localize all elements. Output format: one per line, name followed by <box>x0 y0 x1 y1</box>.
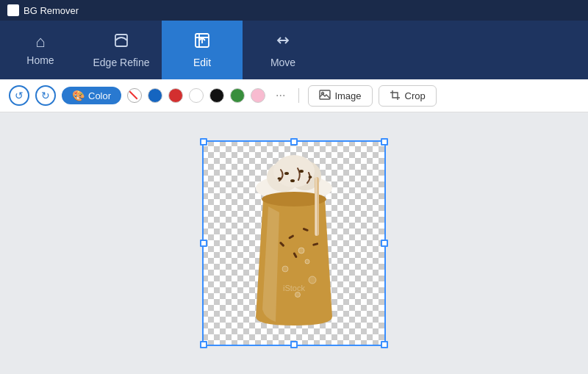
svg-point-12 <box>309 176 312 179</box>
edge-refine-icon <box>112 32 130 52</box>
nav-move[interactable]: Move <box>243 21 323 79</box>
coffee-image: iStock <box>202 140 386 346</box>
svg-point-17 <box>282 266 288 272</box>
color-swatch-red[interactable] <box>168 88 183 103</box>
navbar: ⌂ Home Edge Refine Edit Move <box>0 21 588 79</box>
svg-point-16 <box>295 292 301 298</box>
color-swatch-green[interactable] <box>230 88 245 103</box>
edit-icon <box>193 32 211 52</box>
app-icon <box>7 4 19 16</box>
palette-icon: 🎨 <box>72 90 85 101</box>
nav-edit-label: Edit <box>193 57 211 68</box>
svg-point-18 <box>305 259 309 264</box>
image-button-label: Image <box>334 90 361 101</box>
home-icon: ⌂ <box>35 34 45 50</box>
undo-icon: ↺ <box>15 90 24 101</box>
redo-button[interactable]: ↻ <box>35 85 56 106</box>
svg-point-10 <box>290 179 295 182</box>
nav-home[interactable]: ⌂ Home <box>0 21 81 79</box>
color-swatch-blue[interactable] <box>148 88 162 103</box>
move-icon <box>274 32 292 52</box>
svg-point-14 <box>298 248 304 253</box>
svg-text:iStock: iStock <box>283 284 305 292</box>
color-swatch-black[interactable] <box>209 88 224 103</box>
nav-edge-refine-label: Edge Refine <box>93 57 149 68</box>
svg-rect-26 <box>315 177 317 236</box>
nav-home-label: Home <box>26 54 54 66</box>
svg-point-8 <box>284 172 289 175</box>
svg-point-9 <box>299 170 304 173</box>
toolbar: ↺ ↻ 🎨 Color ··· Image <box>0 79 588 112</box>
svg-rect-0 <box>115 35 127 46</box>
undo-button[interactable]: ↺ <box>9 85 29 106</box>
crop-container: iStock <box>202 140 386 346</box>
nav-move-label: Move <box>270 57 295 68</box>
titlebar: BG Remover <box>0 0 588 21</box>
svg-point-15 <box>309 276 316 284</box>
color-swatch-pink[interactable] <box>251 88 265 103</box>
color-button[interactable]: 🎨 Color <box>62 87 121 104</box>
nav-edit[interactable]: Edit <box>162 21 243 79</box>
nav-edge-refine[interactable]: Edge Refine <box>81 21 162 79</box>
image-button[interactable]: Image <box>308 85 372 107</box>
color-button-label: Color <box>88 90 111 101</box>
svg-point-11 <box>278 177 282 180</box>
color-swatch-transparent[interactable] <box>127 88 142 103</box>
crop-icon <box>390 90 401 102</box>
redo-icon: ↻ <box>41 90 50 101</box>
app-title: BG Remover <box>24 5 79 16</box>
crop-button-label: Crop <box>405 90 426 101</box>
toolbar-separator <box>298 88 299 103</box>
image-icon <box>319 90 331 102</box>
canvas-area: iStock <box>0 112 588 374</box>
crop-button[interactable]: Crop <box>379 85 437 107</box>
color-swatch-white[interactable] <box>189 88 204 103</box>
more-colors-button[interactable]: ··· <box>271 87 290 104</box>
more-icon: ··· <box>276 89 285 101</box>
